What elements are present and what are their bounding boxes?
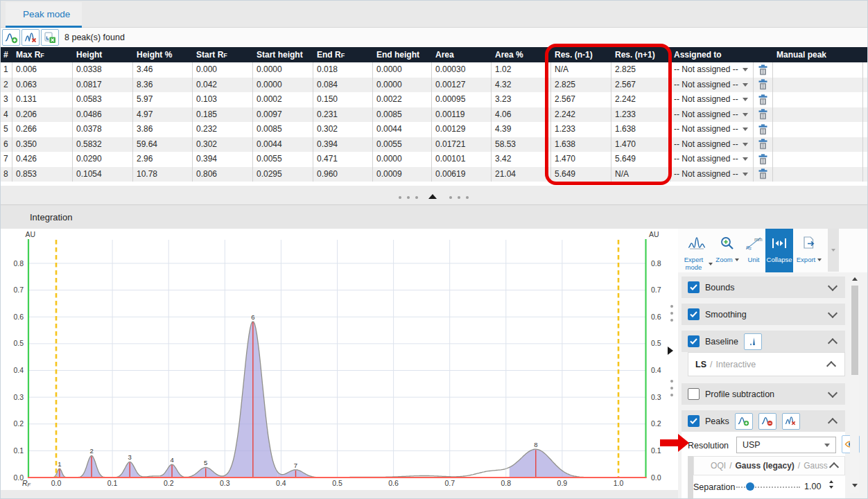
cell: 0.000 [193,62,253,78]
unit-button[interactable]: mm R F Unit [742,229,765,272]
baseline-method-row[interactable]: LS / Interactive [688,352,845,376]
delete-peak-button[interactable] [754,122,773,137]
column-header[interactable]: Assigned to [670,47,773,62]
model-option-gauss[interactable]: Gauss [804,461,828,471]
copy-table-button[interactable] [41,29,59,46]
table-row[interactable]: 50.2660.03783.860.2320.00850.3020.00440.… [0,122,868,137]
integration-settings-panel: Expert mode Zoom mm R F Unit [678,229,868,499]
collapse-button[interactable]: Collapse [765,229,793,272]
column-header[interactable]: Max RF [12,47,73,62]
profile-subtraction-label: Profile subtraction [705,389,774,399]
delete-all-peaks-button[interactable] [782,413,800,430]
peaks-checkbox[interactable] [688,415,700,427]
splitter-dot [670,380,673,383]
assigned-to-dropdown[interactable]: -- Not assigned -- [670,107,754,123]
chevron-down-icon[interactable] [828,308,837,317]
horizontal-splitter-bar[interactable] [0,186,868,204]
separation-stepper[interactable] [829,480,833,489]
section-profile-subtraction[interactable]: Profile subtraction [682,383,845,405]
profile-subtraction-checkbox[interactable] [688,388,700,400]
chevron-down-icon[interactable] [828,387,837,397]
scroll-down-icon[interactable] [852,484,858,487]
chevron-up-icon[interactable] [828,338,837,347]
chevron-up-icon[interactable] [826,360,836,370]
smoothing-checkbox[interactable] [688,308,700,320]
column-header[interactable]: Area [432,47,492,62]
step-down-icon[interactable] [829,486,833,489]
cell: 0.0000 [373,78,432,93]
column-header[interactable]: Start RF [193,47,253,62]
delete-peaks-button[interactable] [21,29,40,46]
peak-model-selector[interactable]: OQI / Gauss (legacy) / Gauss [693,456,845,475]
chevron-down-icon [743,113,748,116]
column-header[interactable]: Area % [492,47,551,62]
remove-peak-tool-button[interactable] [758,413,776,430]
expert-mode-button[interactable]: Expert mode [681,229,713,272]
section-smoothing[interactable]: Smoothing [682,304,845,325]
step-up-icon[interactable] [829,480,833,483]
svg-text:0.7: 0.7 [651,286,661,294]
chevron-up-icon[interactable] [829,462,839,472]
bounds-checkbox[interactable] [688,281,700,293]
chevron-down-icon [743,157,748,161]
baseline-checkbox[interactable] [688,335,700,347]
add-peak-button[interactable] [2,29,20,46]
assigned-to-dropdown[interactable]: -- Not assigned -- [670,92,754,107]
column-header[interactable]: Manual peak [773,47,863,62]
delete-peak-button[interactable] [754,152,773,167]
column-header[interactable]: # [0,47,12,62]
chevron-down-icon[interactable] [828,281,837,290]
table-row[interactable]: 60.3500.583259.640.3020.00440.3940.00550… [0,137,868,152]
assigned-to-dropdown[interactable]: -- Not assigned -- [670,137,754,152]
delete-peak-button[interactable] [754,62,773,78]
column-header[interactable]: End height [373,47,432,62]
tab-peak-mode[interactable]: Peak mode [6,2,82,28]
collapse-up-handle[interactable] [428,194,437,199]
scrollbar-thumb[interactable] [851,286,858,375]
section-peaks[interactable]: Peaks [682,410,845,432]
manual-peak-cell [773,167,863,182]
cell: 0.231 [313,107,373,123]
assigned-to-dropdown[interactable]: -- Not assigned -- [670,167,754,182]
column-header[interactable]: End RF [313,47,373,62]
table-row[interactable]: 10.0060.03383.460.0000.00000.0180.00000.… [0,62,868,78]
export-button[interactable]: Export [793,229,825,272]
delete-peak-button[interactable] [754,78,773,93]
add-peak-tool-button[interactable] [735,413,753,430]
section-baseline[interactable]: Baseline [682,331,845,352]
model-option-gauss-legacy[interactable]: Gauss (legacy) [735,461,794,471]
scroll-up-icon[interactable] [852,277,858,281]
baseline-view-button[interactable] [744,333,762,350]
table-row[interactable]: 80.8530.105410.780.8060.02950.9600.00090… [0,167,868,182]
delete-peak-button[interactable] [754,107,773,123]
cell: 4.32 [492,78,551,93]
column-header[interactable]: Start height [253,47,313,62]
assigned-to-dropdown[interactable]: -- Not assigned -- [670,78,754,93]
assigned-to-dropdown[interactable]: -- Not assigned -- [670,152,754,167]
table-row[interactable]: 70.4260.02902.960.3940.00550.4710.00000.… [0,152,868,167]
section-bounds[interactable]: Bounds [682,277,845,298]
assigned-to-dropdown[interactable]: -- Not assigned -- [670,62,754,78]
table-row[interactable]: 20.0630.08178.360.0420.00000.0840.00000.… [0,78,868,93]
table-row[interactable]: 40.2060.04864.970.1850.00970.2310.00850.… [0,107,868,123]
separation-slider-thumb[interactable] [746,482,754,491]
table-row[interactable]: 30.1310.05835.970.1030.00020.1500.00220.… [0,92,868,107]
resolution-dropdown[interactable]: USP [736,437,836,453]
column-header[interactable]: Height % [133,47,193,62]
svg-text:0.5: 0.5 [13,339,24,347]
chevron-up-icon[interactable] [828,417,837,427]
collapse-right-handle[interactable] [668,347,673,355]
horizontal-splitter[interactable] [0,182,868,204]
assigned-to-dropdown[interactable]: -- Not assigned -- [670,122,754,137]
model-option-oqi[interactable]: OQI [711,461,726,471]
delete-peak-button[interactable] [754,167,773,182]
splitter-dot [670,312,673,315]
cell: 8 [0,167,12,182]
column-header[interactable]: Height [73,47,133,62]
zoom-button[interactable]: Zoom [713,229,742,272]
chromatogram-chart[interactable]: 123456780.00.00.10.10.20.20.30.30.40.40.… [0,229,678,490]
chevron-down-icon [743,143,748,146]
delete-peak-button[interactable] [754,92,773,107]
delete-peak-button[interactable] [754,137,773,152]
trash-icon [758,139,768,150]
